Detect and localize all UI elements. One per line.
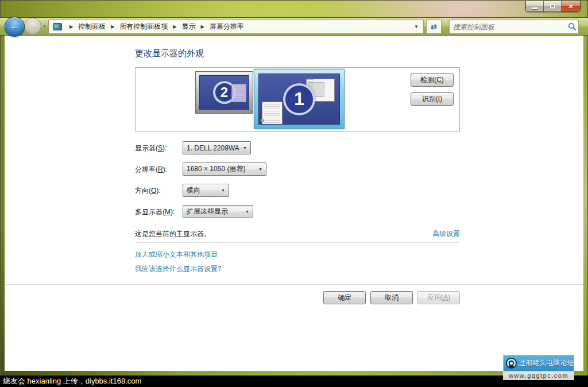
orientation-label: 方向(O):: [135, 186, 161, 196]
start-orb-icon: [261, 119, 264, 122]
window-thumbnail: [262, 102, 283, 125]
chevron-down-icon: ▼: [239, 146, 250, 150]
chevron-down-icon: ▼: [255, 167, 266, 171]
resolution-label: 分辨率(R):: [135, 165, 167, 175]
search-input[interactable]: [450, 23, 566, 31]
multiple-displays-row: 多显示器(M): 扩展这些显示 ▼: [135, 205, 460, 219]
forward-button[interactable]: →: [24, 18, 41, 35]
breadcrumb-arrow-icon: ▶: [111, 24, 114, 29]
maximize-button[interactable]: [544, 1, 562, 11]
breadcrumb[interactable]: ▶ 控制面板 ▶ 所有控制面板项 ▶ 显示 ▶ 屏幕分辨率 ▼: [48, 20, 424, 34]
breadcrumb-arrow-icon: ▶: [69, 24, 73, 29]
screen-resolution-panel: 更改显示器的外观 2 1 检测(C) 识别(I) 显示器(S):: [5, 36, 583, 371]
refresh-icon: ⇄: [431, 22, 437, 31]
multiple-displays-label: 多显示器(M):: [135, 207, 175, 217]
caption-buttons: ✕: [525, 1, 581, 12]
monitor-1-number: 1: [283, 83, 315, 115]
maximize-icon: [550, 4, 555, 9]
display-label: 显示器(S):: [135, 144, 167, 153]
display-select[interactable]: 1. DELL 2209WA ▼: [183, 141, 251, 154]
recent-pages-dropdown[interactable]: ▼: [42, 24, 47, 28]
detect-button[interactable]: 检测(C): [411, 73, 454, 87]
credit-bar: 烧友会 hexianling 上传，diybbs.it168.com: [0, 376, 588, 387]
back-icon: ←: [10, 21, 20, 32]
search-box[interactable]: [449, 20, 579, 34]
divider: [135, 242, 460, 243]
identify-button[interactable]: 识别(I): [411, 92, 454, 106]
forward-icon: →: [29, 22, 37, 31]
monitor-2-screen: 2: [199, 75, 249, 110]
chevron-down-icon: ▼: [218, 188, 229, 192]
display-settings-help-link[interactable]: 我应该选择什么显示器设置?: [135, 264, 222, 274]
ok-button[interactable]: 确定: [323, 291, 366, 304]
display-row: 显示器(S): 1. DELL 2209WA ▼: [135, 141, 460, 155]
breadcrumb-item-all-items[interactable]: 所有控制面板项: [119, 22, 168, 32]
primary-display-note: 这是您当前的主显示器。: [135, 229, 211, 239]
close-icon: ✕: [568, 3, 573, 10]
watermark-badge: 过期罐头电脑论坛 www.gqgtpc.com: [503, 355, 574, 380]
close-button[interactable]: ✕: [562, 1, 580, 11]
monitor-1-thumbnail-selected[interactable]: 1: [254, 69, 345, 129]
minimize-button[interactable]: [526, 1, 544, 11]
make-text-larger-link[interactable]: 放大或缩小文本和其他项目: [135, 250, 218, 260]
advanced-settings-link[interactable]: 高级设置: [432, 229, 460, 239]
search-icon[interactable]: [566, 22, 578, 31]
breadcrumb-arrow-icon: ▶: [173, 24, 176, 29]
refresh-button[interactable]: ⇄: [426, 20, 442, 34]
window-thumbnail: [231, 84, 246, 102]
divider: [5, 284, 583, 285]
chevron-down-icon: ▼: [242, 210, 253, 214]
orientation-select[interactable]: 横向 ▼: [183, 184, 229, 197]
forum-logo-icon: [505, 357, 517, 369]
resolution-row: 分辨率(R): 1680 × 1050 (推荐) ▼: [135, 162, 460, 176]
credit-text: 烧友会 hexianling 上传，diybbs.it168.com: [0, 377, 141, 385]
monitor-2-thumbnail[interactable]: 2: [195, 71, 253, 114]
cancel-button[interactable]: 取消: [370, 291, 413, 304]
resolution-select[interactable]: 1680 × 1050 (推荐) ▼: [183, 162, 266, 176]
page-title: 更改显示器的外观: [135, 48, 204, 59]
monitor-1-screen: 1: [258, 73, 340, 125]
watermark-url: www.gqgtpc.com: [503, 371, 574, 380]
monitor-arrangement-preview: 2 1 检测(C) 识别(I): [135, 67, 460, 131]
address-dropdown-icon[interactable]: ▼: [414, 24, 419, 29]
apply-button[interactable]: 应用(A): [417, 291, 460, 304]
watermark-header: 过期罐头电脑论坛: [503, 355, 574, 371]
control-panel-icon[interactable]: [53, 23, 62, 30]
breadcrumb-item-screen-resolution[interactable]: 屏幕分辨率: [210, 22, 244, 32]
back-button[interactable]: ←: [5, 17, 25, 37]
minimize-icon: [532, 7, 537, 9]
primary-display-note-row: 这是您当前的主显示器。 高级设置: [135, 229, 460, 239]
orientation-row: 方向(O): 横向 ▼: [135, 184, 460, 198]
breadcrumb-arrow-icon: ▶: [200, 24, 204, 29]
breadcrumb-item-display[interactable]: 显示: [181, 22, 195, 32]
navigation-bar: ← → ▼ ▶ 控制面板 ▶ 所有控制面板项 ▶ 显示 ▶ 屏幕分辨率 ▼ ⇄: [0, 17, 588, 36]
multiple-displays-select[interactable]: 扩展这些显示 ▼: [183, 205, 253, 218]
watermark-title: 过期罐头电脑论坛: [519, 358, 574, 368]
breadcrumb-item-control-panel[interactable]: 控制面板: [78, 22, 106, 32]
